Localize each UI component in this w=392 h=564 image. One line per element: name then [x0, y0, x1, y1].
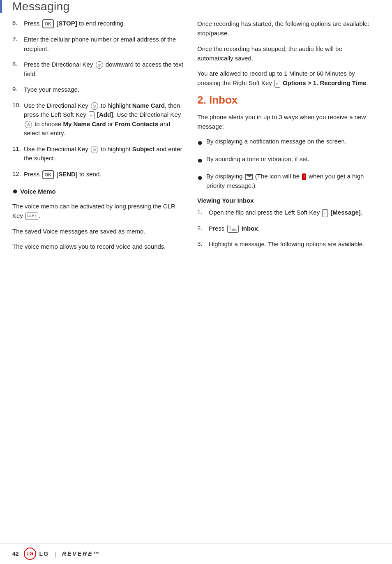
- viewing-inbox-subheading: Viewing Your Inbox: [197, 197, 380, 204]
- list-item: 10. Use the Directional Key ◎ to highlig…: [12, 101, 185, 138]
- soft-key-icon: ⌐: [322, 209, 328, 217]
- bullet-icon: ●: [197, 172, 205, 184]
- bullet-icon: ●: [197, 137, 205, 149]
- list-number: 7.: [12, 35, 24, 42]
- page: Messaging 6. Press OK [STOP] to end reco…: [0, 0, 392, 564]
- ok-icon: OK: [42, 19, 54, 29]
- bullet-text: By displaying (The icon will be ! when y…: [206, 172, 380, 190]
- accent-bar: [0, 0, 2, 13]
- list-number: 9.: [12, 85, 24, 92]
- list-content: Highlight a message. The following optio…: [209, 240, 380, 249]
- directional-key-icon: ◎: [91, 146, 98, 153]
- main-content: 6. Press OK [STOP] to end recording. 7. …: [0, 19, 392, 543]
- list-number: 1.: [197, 208, 209, 215]
- list-number: 11.: [12, 145, 24, 152]
- list-content: Press OK [STOP] to end recording.: [24, 19, 185, 28]
- bullet-item: ● By sounding a tone or vibration, if se…: [197, 155, 380, 166]
- ok-icon: OK: [42, 170, 54, 180]
- list-item: 9. Type your message.: [12, 85, 185, 95]
- voice-memo-para-3: The voice memo allows you to record voic…: [12, 242, 185, 251]
- right-soft-key-icon: ⌐: [274, 80, 280, 88]
- right-para-3: You are allowed to record up to 1 Minute…: [197, 69, 380, 88]
- bullet-text: By displaying a notification message on …: [206, 137, 346, 146]
- directional-key-icon: ◎: [96, 61, 103, 69]
- list-content: Press the Directional Key ◎ downward to …: [24, 60, 185, 79]
- page-title: Messaging: [12, 0, 392, 13]
- right-para-1: Once recording has started, the followin…: [197, 19, 380, 38]
- list-number: 6.: [12, 19, 24, 26]
- exclamation-icon: !: [302, 173, 306, 180]
- directional-key-icon: ◎: [25, 121, 32, 128]
- list-content: Press OK [SEND] to send.: [24, 170, 185, 179]
- separator: |: [55, 550, 56, 557]
- left-column: 6. Press OK [STOP] to end recording. 7. …: [12, 19, 185, 543]
- envelope-icon: [245, 174, 253, 180]
- clr-key-icon: CLR↑: [25, 213, 38, 220]
- soft-key-icon: ⌐: [89, 111, 95, 119]
- voice-memo-section: ● Voice Memo: [12, 186, 185, 196]
- list-number: 8.: [12, 60, 24, 67]
- bullet-item: ● By displaying (The icon will be ! when…: [197, 172, 380, 190]
- list-item: 8. Press the Directional Key ◎ downward …: [12, 60, 185, 79]
- list-item: 1. Open the flip and press the Left Soft…: [197, 208, 380, 217]
- right-para-2: Once the recording has stopped, the audi…: [197, 44, 380, 63]
- directional-key-icon: ◎: [91, 102, 98, 110]
- two-abc-icon: 2abc: [227, 225, 239, 233]
- brand-name: LG: [39, 550, 49, 557]
- page-footer: 42 LG LG | REVERE™: [0, 543, 392, 564]
- list-number: 3.: [197, 240, 209, 247]
- list-content: Type your message.: [24, 85, 185, 95]
- list-content: Use the Directional Key ◎ to highlight N…: [24, 101, 185, 138]
- list-content: Open the flip and press the Left Soft Ke…: [209, 208, 380, 217]
- inbox-bullets: ● By displaying a notification message o…: [197, 137, 380, 190]
- list-item: 2. Press 2abc Inbox.: [197, 224, 380, 233]
- list-content: Press 2abc Inbox.: [209, 224, 380, 233]
- list-item: 7. Enter the cellular phone number or em…: [12, 35, 185, 53]
- inbox-heading: 2. Inbox: [197, 94, 380, 106]
- voice-memo-para-2: The saved Voice messages are saved as me…: [12, 227, 185, 236]
- right-column: Once recording has started, the followin…: [197, 19, 380, 543]
- list-item: 11. Use the Directional Key ◎ to highlig…: [12, 145, 185, 163]
- bullet-item: ● By displaying a notification message o…: [197, 137, 380, 149]
- lg-logo-icon: LG: [24, 548, 36, 560]
- list-content: Use the Directional Key ◎ to highlight S…: [24, 145, 185, 163]
- bullet-icon: ●: [197, 155, 205, 166]
- voice-memo-para-1: The voice memo can be activated by long …: [12, 201, 185, 221]
- list-item: 3. Highlight a message. The following op…: [197, 240, 380, 249]
- lg-text: LG: [26, 551, 33, 557]
- list-number: 12.: [12, 170, 24, 177]
- brand-model: REVERE™: [62, 550, 100, 557]
- inbox-intro: The phone alerts you in up to 3 ways whe…: [197, 112, 380, 132]
- list-item: 6. Press OK [STOP] to end recording.: [12, 19, 185, 28]
- bullet-text: By sounding a tone or vibration, if set.: [206, 155, 309, 164]
- list-content: Enter the cellular phone number or email…: [24, 35, 185, 53]
- list-item: 12. Press OK [SEND] to send.: [12, 170, 185, 179]
- page-number: 42: [12, 550, 19, 557]
- page-header: Messaging: [0, 0, 392, 13]
- bullet-icon: ●: [12, 186, 18, 196]
- list-number: 2.: [197, 224, 209, 231]
- list-number: 10.: [12, 101, 24, 109]
- footer-logo: LG LG | REVERE™: [24, 548, 100, 560]
- voice-memo-label: Voice Memo: [20, 188, 55, 195]
